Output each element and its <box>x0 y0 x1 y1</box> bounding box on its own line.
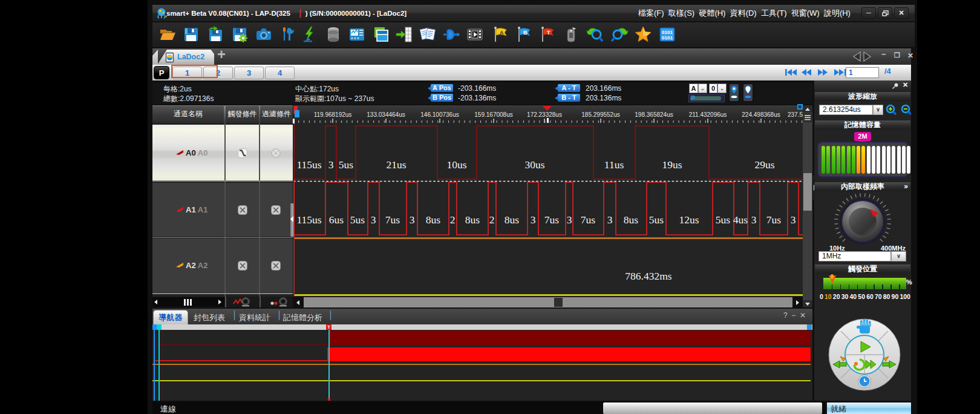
svg-text:8us: 8us <box>624 214 639 226</box>
svg-text:786.432ms: 786.432ms <box>625 270 671 282</box>
svg-text:7us: 7us <box>385 214 400 226</box>
svg-text:237.5: 237.5 <box>788 111 803 118</box>
svg-text:3: 3 <box>371 214 376 226</box>
svg-text:T: T <box>547 30 550 36</box>
svg-text:29us: 29us <box>754 159 774 171</box>
svg-text:2: 2 <box>489 214 495 226</box>
svg-text:21us: 21us <box>386 159 406 171</box>
svg-text:115us: 115us <box>296 159 321 171</box>
svg-text:224.498368us: 224.498368us <box>742 111 780 118</box>
svg-text:19us: 19us <box>662 159 682 171</box>
svg-text:3: 3 <box>791 214 796 226</box>
svg-text:5us: 5us <box>339 159 354 171</box>
svg-text:185.299552us: 185.299552us <box>581 111 619 118</box>
svg-text:159.167008us: 159.167008us <box>474 111 512 118</box>
svg-text:3: 3 <box>328 159 334 171</box>
svg-text:3: 3 <box>751 214 757 226</box>
svg-text:133.034464us: 133.034464us <box>367 111 405 118</box>
svg-text:6us: 6us <box>329 214 344 226</box>
svg-text:172.23328us: 172.23328us <box>527 111 562 118</box>
svg-text:11us: 11us <box>604 159 624 171</box>
svg-text:5us: 5us <box>649 214 664 226</box>
svg-text:7us: 7us <box>766 214 782 226</box>
svg-text:3: 3 <box>567 214 572 226</box>
svg-text:146.100736us: 146.100736us <box>420 111 459 118</box>
svg-text:30us: 30us <box>524 159 544 171</box>
svg-text:3: 3 <box>531 214 536 226</box>
svg-text:B: B <box>523 30 528 36</box>
svg-text:5us: 5us <box>716 214 731 226</box>
svg-text:12us: 12us <box>679 214 699 226</box>
svg-text:0101: 0101 <box>662 35 673 41</box>
svg-text:119.968192us: 119.968192us <box>314 111 352 118</box>
svg-text:10us: 10us <box>446 159 466 171</box>
svg-text:3: 3 <box>410 214 415 226</box>
svg-text:5us: 5us <box>350 214 365 226</box>
svg-text:2: 2 <box>450 214 456 226</box>
svg-text:198.365824us: 198.365824us <box>635 111 673 118</box>
svg-text:115us: 115us <box>296 214 321 226</box>
svg-text:4us: 4us <box>733 214 748 226</box>
svg-text:8us: 8us <box>505 214 520 226</box>
svg-text:7us: 7us <box>544 214 560 226</box>
svg-text:8us: 8us <box>465 214 480 226</box>
svg-text:3: 3 <box>607 214 613 226</box>
svg-text:0101: 0101 <box>662 30 673 35</box>
svg-text:7us: 7us <box>581 214 596 226</box>
svg-text:A: A <box>500 30 504 36</box>
svg-text:8us: 8us <box>426 214 441 226</box>
svg-text:211.432096us: 211.432096us <box>689 111 727 118</box>
